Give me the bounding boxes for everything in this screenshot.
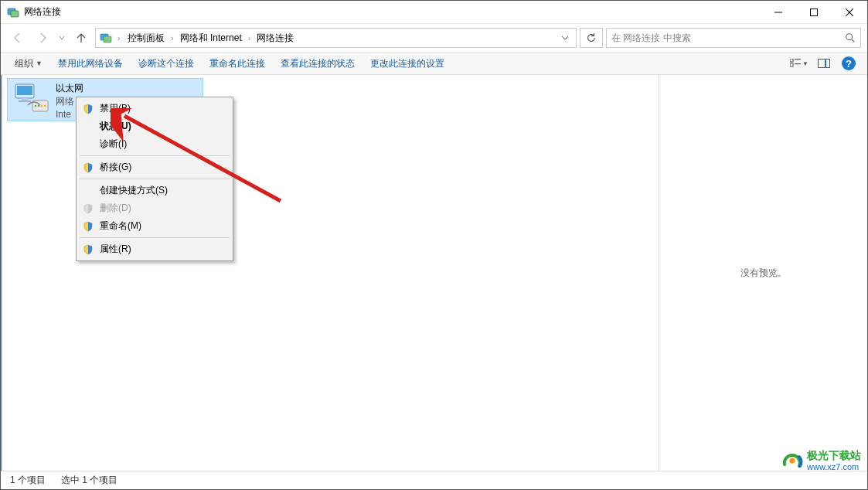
svg-rect-19 (19, 100, 31, 102)
menu-separator (80, 179, 230, 179)
watermark-url: www.xz7.com (807, 462, 861, 471)
nav-bar: › 控制面板 › 网络和 Internet › 网络连接 (1, 24, 867, 52)
breadcrumb: 控制面板 › 网络和 Internet › 网络连接 (124, 30, 554, 46)
svg-point-24 (44, 105, 46, 107)
preview-empty-text: 没有预览。 (740, 267, 787, 280)
view-options-button[interactable]: ▼ (787, 54, 812, 73)
address-history-dropdown-icon[interactable] (557, 34, 573, 42)
rename-connection-button[interactable]: 重命名此连接 (202, 54, 273, 73)
address-bar[interactable]: › 控制面板 › 网络和 Internet › 网络连接 (95, 28, 577, 48)
main-pane[interactable]: 以太网 网络 Inte 禁用(B) 状态(U) 诊断(I) (2, 75, 659, 471)
svg-rect-14 (819, 60, 830, 68)
connection-name: 以太网 (56, 82, 83, 95)
search-icon[interactable] (845, 32, 856, 43)
svg-rect-10 (790, 59, 793, 62)
change-settings-button[interactable]: 更改此连接的设置 (363, 54, 452, 73)
window: 网络连接 (0, 0, 868, 490)
svg-rect-11 (795, 59, 801, 60)
maximize-button[interactable] (796, 1, 832, 24)
up-button[interactable] (70, 27, 92, 49)
search-input[interactable] (611, 32, 845, 43)
menu-label: 属性(R) (100, 243, 225, 256)
close-button[interactable] (832, 1, 867, 24)
content-area: 以太网 网络 Inte 禁用(B) 状态(U) 诊断(I) (1, 75, 867, 471)
command-bar: 组织 ▼ 禁用此网络设备 诊断这个连接 重命名此连接 查看此连接的状态 更改此连… (1, 52, 867, 75)
menu-diagnose[interactable]: 诊断(I) (78, 135, 231, 153)
menu-label: 删除(D) (100, 202, 225, 215)
svg-rect-3 (811, 9, 818, 16)
minimize-button[interactable] (761, 1, 796, 24)
watermark-name: 极光下载站 (807, 450, 861, 461)
shield-icon (81, 203, 95, 214)
organize-label: 组织 (15, 57, 33, 70)
status-selected-count: 选中 1 个项目 (61, 474, 117, 487)
menu-label: 诊断(I) (100, 138, 225, 151)
preview-pane-button[interactable] (812, 54, 836, 73)
svg-line-9 (852, 39, 855, 43)
breadcrumb-separator-icon[interactable]: › (116, 34, 121, 43)
svg-point-26 (790, 458, 795, 464)
help-icon: ? (842, 56, 856, 70)
menu-label: 创建快捷方式(S) (100, 184, 225, 197)
location-icon (99, 31, 113, 45)
shield-icon (81, 104, 95, 114)
menu-label: 状态(U) (100, 120, 225, 133)
ethernet-icon (12, 82, 49, 116)
svg-rect-1 (11, 11, 19, 17)
svg-point-22 (38, 105, 39, 107)
menu-label: 重命名(M) (100, 219, 225, 233)
help-button[interactable]: ? (836, 54, 861, 73)
view-status-button[interactable]: 查看此连接的状态 (273, 54, 363, 73)
title-bar: 网络连接 (1, 1, 867, 24)
svg-rect-17 (17, 86, 32, 95)
refresh-button[interactable] (580, 28, 603, 48)
menu-label: 桥接(G) (100, 161, 225, 174)
preview-pane: 没有预览。 (659, 75, 867, 471)
svg-point-21 (35, 105, 36, 107)
svg-point-8 (846, 34, 853, 40)
chevron-down-icon: ▼ (36, 60, 43, 67)
forward-button[interactable] (32, 27, 53, 49)
watermark-logo-icon (781, 449, 804, 472)
breadcrumb-separator-icon[interactable]: › (169, 34, 175, 43)
menu-bridge[interactable]: 桥接(G) (78, 158, 231, 176)
status-item-count: 1 个项目 (10, 474, 46, 487)
svg-rect-13 (795, 63, 801, 64)
menu-separator (80, 155, 230, 156)
status-bar: 1 个项目 选中 1 个项目 (1, 471, 867, 489)
svg-rect-7 (104, 36, 111, 43)
disable-device-button[interactable]: 禁用此网络设备 (50, 54, 131, 73)
menu-disable[interactable]: 禁用(B) (78, 100, 231, 117)
breadcrumb-network-internet[interactable]: 网络和 Internet (177, 30, 245, 46)
svg-rect-18 (22, 98, 28, 100)
watermark: 极光下载站 www.xz7.com (781, 449, 861, 472)
breadcrumb-control-panel[interactable]: 控制面板 (124, 30, 168, 46)
organize-menu[interactable]: 组织 ▼ (7, 54, 50, 73)
history-dropdown-icon[interactable] (56, 35, 67, 41)
back-button[interactable] (7, 27, 29, 49)
context-menu: 禁用(B) 状态(U) 诊断(I) 桥接(G) 创建 (76, 97, 233, 261)
diagnose-connection-button[interactable]: 诊断这个连接 (131, 54, 202, 73)
window-title: 网络连接 (24, 5, 61, 19)
menu-separator (80, 237, 230, 238)
breadcrumb-network-connections[interactable]: 网络连接 (254, 30, 297, 46)
shield-icon (81, 221, 95, 232)
menu-delete: 删除(D) (78, 199, 231, 217)
svg-point-23 (41, 105, 43, 107)
shield-icon (81, 162, 95, 173)
menu-create-shortcut[interactable]: 创建快捷方式(S) (78, 182, 231, 199)
menu-status[interactable]: 状态(U) (78, 117, 231, 135)
shield-icon (81, 244, 95, 255)
menu-rename[interactable]: 重命名(M) (78, 217, 231, 235)
svg-rect-12 (790, 63, 793, 66)
breadcrumb-separator-icon[interactable]: › (247, 34, 252, 43)
search-box[interactable] (606, 28, 861, 48)
app-icon (7, 6, 19, 19)
menu-properties[interactable]: 属性(R) (78, 240, 231, 258)
menu-label: 禁用(B) (100, 102, 225, 115)
